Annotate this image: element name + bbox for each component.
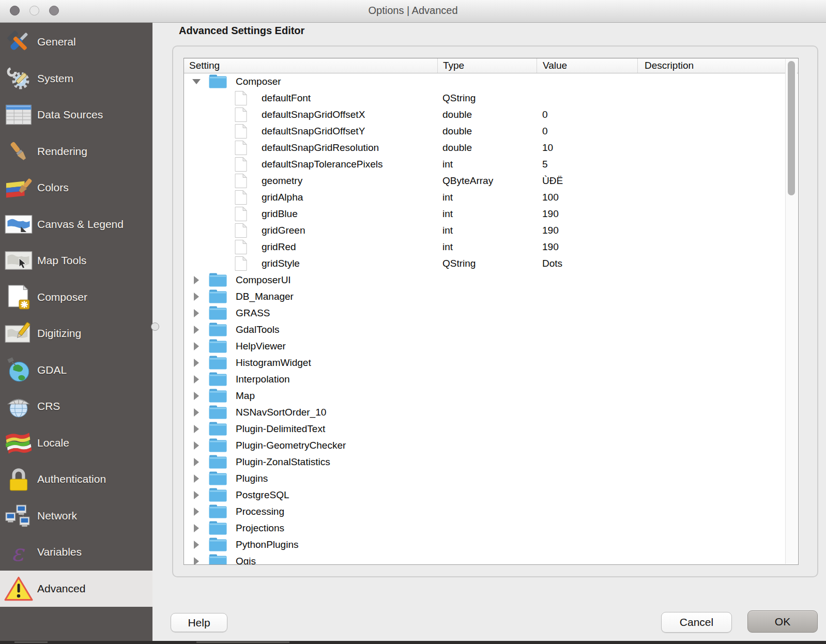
column-header-setting[interactable]: Setting bbox=[184, 58, 437, 73]
value-cell: 190 bbox=[537, 241, 637, 253]
tree-row[interactable]: GdalTools bbox=[184, 321, 798, 338]
sidebar-item-map-tools[interactable]: Map Tools bbox=[0, 242, 152, 279]
type-cell: int bbox=[437, 192, 537, 203]
sidebar-item-system[interactable]: System bbox=[0, 60, 152, 97]
folder-icon bbox=[209, 438, 227, 453]
tree-row[interactable]: PostgreSQL bbox=[184, 487, 798, 503]
expand-arrow-icon[interactable] bbox=[184, 441, 209, 450]
tree-row[interactable]: Plugin-GeometryChecker bbox=[184, 437, 798, 454]
column-header-value[interactable]: Value bbox=[537, 58, 637, 73]
scrollbar-thumb[interactable] bbox=[788, 61, 795, 195]
expand-arrow-icon[interactable] bbox=[184, 342, 209, 350]
tree-row[interactable]: Plugin-ZonalStatistics bbox=[184, 454, 798, 470]
tree-row[interactable]: Projections bbox=[184, 520, 798, 536]
sidebar: General System Data Sources Rendering Co… bbox=[0, 23, 152, 641]
expand-arrow-icon[interactable] bbox=[184, 425, 209, 433]
tree-row[interactable]: gridGreenint190 bbox=[184, 222, 798, 239]
folder-icon bbox=[209, 455, 227, 469]
expand-arrow-icon[interactable] bbox=[184, 458, 209, 466]
setting-cell: gridAlpha bbox=[184, 189, 437, 206]
expand-arrow-icon[interactable] bbox=[184, 293, 209, 301]
tree-row[interactable]: ComposerUI bbox=[184, 272, 798, 288]
tree-row[interactable]: gridStyleQStringDots bbox=[184, 255, 798, 272]
sidebar-item-authentication[interactable]: Authentication bbox=[0, 461, 152, 498]
ok-button[interactable]: OK bbox=[747, 610, 818, 633]
tree-row[interactable]: Composer bbox=[184, 73, 798, 90]
expand-arrow-icon[interactable] bbox=[184, 491, 209, 499]
tree-row[interactable]: PythonPlugins bbox=[184, 536, 798, 553]
tree-row[interactable]: geometryQByteArrayÙĐË bbox=[184, 173, 798, 189]
splitter-handle[interactable] bbox=[151, 323, 159, 331]
sidebar-item-colors[interactable]: Colors bbox=[0, 170, 152, 206]
setting-group-label: ComposerUI bbox=[236, 274, 291, 286]
sidebar-item-label: Advanced bbox=[37, 582, 85, 595]
tree-row[interactable]: defaultSnapGridResolutiondouble10 bbox=[184, 140, 798, 156]
tree-row[interactable]: defaultSnapGridOffsetXdouble0 bbox=[184, 106, 798, 123]
value-cell: ÙĐË bbox=[537, 175, 637, 187]
tree-row[interactable]: GRASS bbox=[184, 305, 798, 321]
setting-cell: defaultSnapGridOffsetY bbox=[184, 123, 437, 140]
sidebar-item-locale[interactable]: Locale bbox=[0, 425, 152, 462]
tree-row[interactable]: NSNavSortOrder_10 bbox=[184, 404, 798, 421]
collapse-arrow-icon[interactable] bbox=[184, 79, 209, 84]
tree-row[interactable]: Plugins bbox=[184, 470, 798, 487]
expand-arrow-icon[interactable] bbox=[184, 508, 209, 516]
setting-cell: Plugin-GeometryChecker bbox=[184, 437, 437, 454]
expand-arrow-icon[interactable] bbox=[184, 309, 209, 317]
sidebar-item-canvas-legend[interactable]: Canvas & Legend bbox=[0, 206, 152, 243]
expand-arrow-icon[interactable] bbox=[184, 375, 209, 384]
tree-row[interactable]: DB_Manager bbox=[184, 288, 798, 305]
data-sources-icon bbox=[0, 103, 37, 126]
tree-row[interactable]: gridBlueint190 bbox=[184, 206, 798, 222]
folder-icon bbox=[209, 521, 227, 535]
setting-cell: defaultFont bbox=[184, 90, 437, 106]
sidebar-item-variables[interactable]: εVariables bbox=[0, 534, 152, 571]
expand-arrow-icon[interactable] bbox=[184, 326, 209, 334]
sidebar-item-general[interactable]: General bbox=[0, 24, 152, 60]
sidebar-item-label: Canvas & Legend bbox=[37, 218, 124, 231]
tree-row[interactable]: defaultFontQString bbox=[184, 90, 798, 106]
folder-icon bbox=[209, 74, 227, 89]
tree-row[interactable]: Qgis bbox=[184, 553, 798, 565]
expand-arrow-icon[interactable] bbox=[184, 524, 209, 532]
expand-arrow-icon[interactable] bbox=[184, 408, 209, 417]
setting-group-label: Processing bbox=[236, 506, 284, 517]
expand-arrow-icon[interactable] bbox=[184, 276, 209, 284]
tree-row[interactable]: Plugin-DelimitedText bbox=[184, 421, 798, 437]
cancel-button[interactable]: Cancel bbox=[661, 612, 732, 633]
file-icon bbox=[234, 140, 248, 156]
file-icon bbox=[234, 239, 248, 255]
sidebar-item-crs[interactable]: CRS bbox=[0, 388, 152, 425]
folder-icon bbox=[209, 405, 227, 420]
tree-row[interactable]: defaultSnapTolerancePixelsint5 bbox=[184, 156, 798, 173]
tree-row[interactable]: Processing bbox=[184, 503, 798, 520]
sidebar-item-rendering[interactable]: Rendering bbox=[0, 133, 152, 170]
sidebar-item-network[interactable]: Network bbox=[0, 498, 152, 534]
sidebar-item-digitizing[interactable]: Digitizing bbox=[0, 315, 152, 352]
setting-group-label: Composer bbox=[236, 76, 281, 87]
value-cell: 190 bbox=[537, 225, 637, 236]
column-header-type[interactable]: Type bbox=[437, 58, 537, 73]
tree-row[interactable]: gridAlphaint100 bbox=[184, 189, 798, 206]
expand-arrow-icon[interactable] bbox=[184, 392, 209, 400]
tree-row[interactable]: HelpViewer bbox=[184, 338, 798, 355]
tree-row[interactable]: Map bbox=[184, 388, 798, 404]
help-button[interactable]: Help bbox=[171, 613, 227, 632]
expand-arrow-icon[interactable] bbox=[184, 541, 209, 549]
sidebar-item-advanced[interactable]: Advanced bbox=[0, 571, 152, 607]
sidebar-item-data-sources[interactable]: Data Sources bbox=[0, 97, 152, 133]
tree-row[interactable]: gridRedint190 bbox=[184, 239, 798, 255]
expand-arrow-icon[interactable] bbox=[184, 359, 209, 367]
locale-icon bbox=[0, 431, 37, 455]
expand-arrow-icon[interactable] bbox=[184, 557, 209, 565]
tree-row[interactable]: HistogramWidget bbox=[184, 355, 798, 371]
tree-row[interactable]: defaultSnapGridOffsetYdouble0 bbox=[184, 123, 798, 140]
sidebar-item-gdal[interactable]: GDAL bbox=[0, 352, 152, 389]
expand-arrow-icon[interactable] bbox=[184, 474, 209, 483]
column-header-description[interactable]: Description bbox=[637, 58, 798, 73]
sidebar-item-composer[interactable]: Composer bbox=[0, 279, 152, 316]
sidebar-item-label: Authentication bbox=[37, 473, 106, 485]
tree-row[interactable]: Interpolation bbox=[184, 371, 798, 388]
vertical-scrollbar[interactable] bbox=[785, 59, 797, 564]
folder-icon bbox=[209, 422, 227, 436]
